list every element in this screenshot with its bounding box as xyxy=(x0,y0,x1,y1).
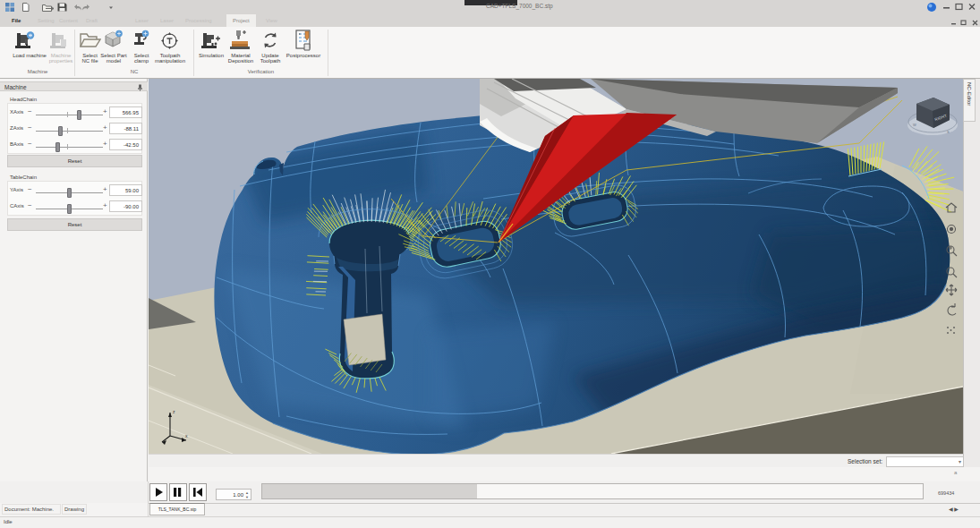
svg-text:W: W xyxy=(913,123,916,127)
svg-text:S: S xyxy=(947,130,950,134)
